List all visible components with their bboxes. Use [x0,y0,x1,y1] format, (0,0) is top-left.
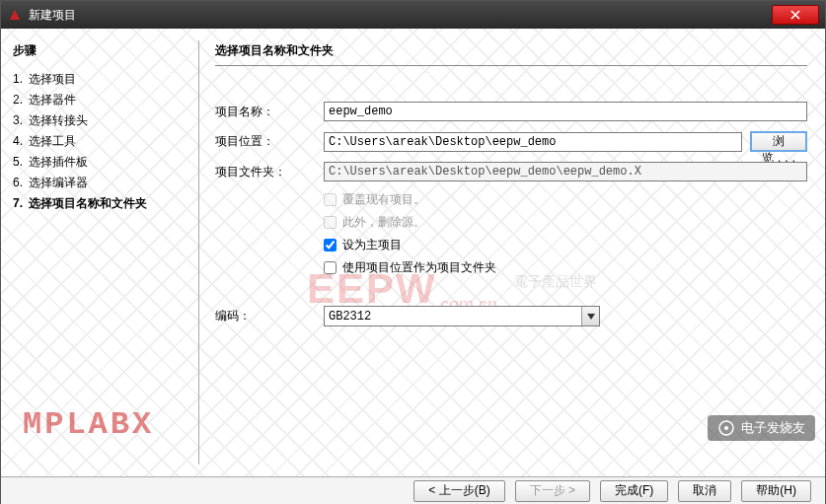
use-location-label: 使用项目位置作为项目文件夹 [342,259,496,276]
sidebar-title: 步骤 [13,42,187,59]
titlebar: 新建项目 [1,1,825,29]
step-item: 5.选择插件板 [13,152,187,173]
check-overwrite: 覆盖现有项目。 [324,191,807,208]
step-item: 3.选择转接头 [13,110,187,131]
window-title: 新建项目 [29,7,772,24]
step-item: 6.选择编译器 [13,173,187,193]
project-name-input[interactable] [324,102,807,121]
set-main-label: 设为主项目 [342,237,402,253]
label-project-folder: 项目文件夹： [215,164,324,180]
row-project-folder: 项目文件夹： [215,162,807,181]
step-item-current: 7.选择项目名称和文件夹 [13,193,187,214]
row-encoding: 编码： [215,306,807,326]
delete-source-label: 此外，删除源。 [342,214,425,231]
overwrite-label: 覆盖现有项目。 [342,191,425,208]
page-title: 选择项目名称和文件夹 [215,42,807,59]
dialog-window: 新建项目 步骤 1.选择项目 2.选择器件 3.选择转接头 4.选择工具 5.选… [0,0,826,504]
row-project-location: 项目位置： 浏览... [215,131,807,152]
help-button[interactable]: 帮助(H) [741,480,811,502]
back-button[interactable]: < 上一步(B) [413,480,504,502]
set-main-checkbox[interactable] [324,239,337,252]
step-item: 2.选择器件 [13,90,187,110]
finish-button[interactable]: 完成(F) [600,480,668,502]
row-project-name: 项目名称： [215,102,807,121]
check-delete-source: 此外，删除源。 [324,214,807,231]
browse-button[interactable]: 浏览... [750,131,807,152]
encoding-input[interactable] [324,306,600,326]
wizard-main: 选择项目名称和文件夹 项目名称： 项目位置： 浏览... 项目文件夹： 覆盖现有… [199,29,825,476]
close-button[interactable] [772,5,819,25]
next-button: 下一步 > [515,480,590,502]
project-folder-input [324,162,807,181]
wizard-sidebar: 步骤 1.选择项目 2.选择器件 3.选择转接头 4.选择工具 5.选择插件板 … [1,29,198,476]
checkbox-group: 覆盖现有项目。 此外，删除源。 设为主项目 使用项目位置作为项目文件夹 [324,191,807,276]
title-separator [215,65,807,66]
chevron-down-icon[interactable] [581,307,599,325]
dialog-body: 步骤 1.选择项目 2.选择器件 3.选择转接头 4.选择工具 5.选择插件板 … [1,29,825,476]
app-icon [7,7,23,23]
check-set-main[interactable]: 设为主项目 [324,237,807,253]
project-location-input[interactable] [324,132,742,152]
step-item: 1.选择项目 [13,69,187,90]
encoding-combo[interactable] [324,306,600,326]
cancel-button[interactable]: 取消 [678,480,731,502]
label-project-location: 项目位置： [215,133,324,150]
use-location-checkbox[interactable] [324,261,337,274]
wizard-footer: < 上一步(B) 下一步 > 完成(F) 取消 帮助(H) [1,476,825,504]
delete-source-checkbox [324,216,337,229]
check-use-location[interactable]: 使用项目位置作为项目文件夹 [324,259,807,276]
step-item: 4.选择工具 [13,131,187,152]
label-encoding: 编码： [215,308,324,324]
step-list: 1.选择项目 2.选择器件 3.选择转接头 4.选择工具 5.选择插件板 6.选… [13,69,187,214]
overwrite-checkbox [324,193,337,206]
label-project-name: 项目名称： [215,104,324,120]
